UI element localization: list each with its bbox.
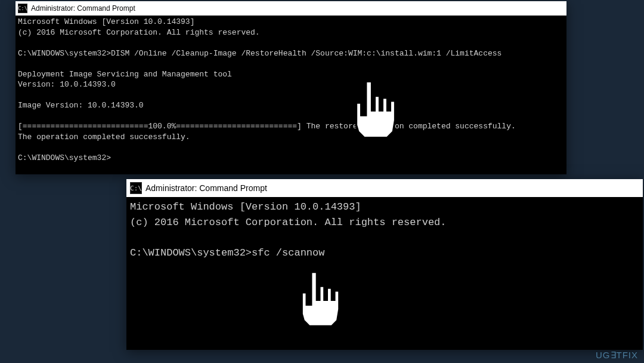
titlebar[interactable]: C:\ Administrator: Command Prompt [126, 179, 643, 197]
pointer-cursor-icon [346, 72, 405, 149]
terminal-output[interactable]: Microsoft Windows [Version 10.0.14393] (… [126, 197, 643, 350]
terminal-output[interactable]: Microsoft Windows [Version 10.0.14393] (… [16, 16, 566, 174]
titlebar[interactable]: C:\ Administrator: Command Prompt [16, 1, 566, 16]
command-prompt-window-2[interactable]: C:\ Administrator: Command Prompt Micros… [126, 179, 643, 350]
command-prompt-window-1[interactable]: C:\ Administrator: Command Prompt Micros… [16, 1, 566, 174]
watermark-text: UG∃TFIX [596, 350, 638, 361]
pointer-cursor-icon [292, 263, 349, 337]
cmd-icon: C:\ [130, 182, 142, 194]
cmd-icon: C:\ [18, 4, 27, 13]
window-title: Administrator: Command Prompt [31, 4, 135, 13]
window-title: Administrator: Command Prompt [145, 183, 267, 193]
